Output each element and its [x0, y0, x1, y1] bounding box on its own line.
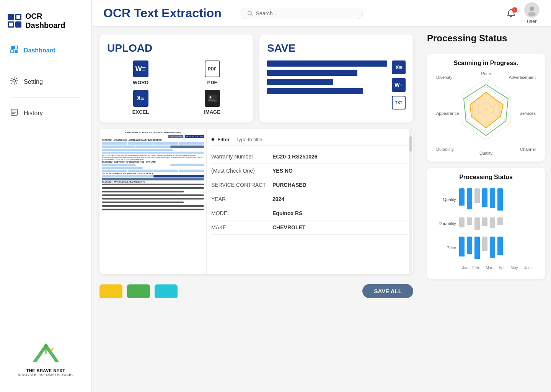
- save-txt-icon[interactable]: TXT: [392, 96, 406, 109]
- bar-quality-feb: [467, 188, 472, 209]
- radar-label-advertisement: Advertisement: [509, 75, 536, 80]
- radar-label-price: Price: [481, 71, 491, 76]
- image-label: IMAGE: [204, 109, 220, 115]
- radar-label-services: Services: [520, 111, 536, 116]
- ocr-val: YES NO: [272, 168, 293, 174]
- bar-price-jan: [459, 237, 465, 256]
- header-actions: 1 user: [504, 2, 540, 24]
- sidebar-item-history[interactable]: History: [4, 104, 88, 122]
- ocr-key: MAKE: [211, 224, 272, 230]
- bar-quality-mar: [474, 188, 480, 203]
- radar-label-appearance: Appearance: [436, 111, 459, 116]
- svg-line-14: [251, 14, 253, 16]
- ocr-row-year: YEAR 2024: [211, 192, 409, 206]
- form-field: [102, 167, 143, 169]
- user-section[interactable]: user: [524, 2, 540, 24]
- bar-dur-june: [497, 217, 503, 225]
- format-pdf[interactable]: PDF PDF: [179, 60, 246, 85]
- sidebar-item-setting[interactable]: Setting: [4, 73, 88, 91]
- doc-btn-1[interactable]: IDENTIFY NAME: [168, 135, 184, 138]
- doc-line: [102, 198, 204, 199]
- form-field: [102, 152, 204, 154]
- scanning-label: Scanning in Progress.: [433, 60, 539, 67]
- sidebar-item-dashboard[interactable]: Dashboard: [4, 41, 88, 59]
- logo-sq-3: [8, 21, 14, 28]
- page-title: OCR Text Extraction: [103, 6, 222, 20]
- sidebar-item-label-history: History: [24, 110, 43, 117]
- sidebar-item-label-dashboard: Dashboard: [24, 47, 56, 54]
- form-field: [179, 170, 204, 172]
- svg-point-18: [209, 96, 211, 98]
- ocr-row-make: MAKE CHEVROLET: [211, 220, 409, 235]
- sidebar-logo: OCR Dashboard: [0, 8, 91, 41]
- word-icon: W≡: [133, 60, 148, 77]
- svg-point-15: [530, 7, 534, 11]
- doc-text: COVERED PARTS - The parts and components…: [102, 154, 204, 160]
- bar-bars-durability: [459, 217, 539, 230]
- bar-dur-apr: [482, 217, 487, 226]
- doc-preview-inner: EnduroCare 20 Year / 200,000 Mile Limite…: [99, 129, 207, 214]
- svg-rect-3: [15, 50, 18, 53]
- excel-label: EXCEL: [132, 109, 149, 115]
- filter-icon: ≡: [211, 136, 214, 142]
- search-icon: [247, 10, 253, 16]
- sidebar-item-label-setting: Setting: [24, 78, 43, 85]
- form-field: [102, 145, 136, 148]
- format-image[interactable]: IMAGE: [179, 90, 246, 115]
- main-area: OCR Text Extraction 1: [92, 0, 551, 392]
- save-all-button[interactable]: SAVE ALL: [362, 284, 413, 298]
- document-panel: EnduroCare 20 Year / 200,000 Mile Limite…: [99, 129, 413, 274]
- history-icon: [10, 108, 18, 118]
- header: OCR Text Extraction 1: [92, 0, 551, 27]
- save-excel-icon[interactable]: X≡: [392, 60, 406, 74]
- format-word[interactable]: W≡ WORD: [107, 60, 174, 85]
- doc-section-3: SECTION 3 - DEALER INFORMATION (*16 - 12…: [102, 173, 204, 175]
- form-field: [153, 170, 178, 172]
- scrollbar-track[interactable]: [409, 129, 412, 274]
- scrollbar-thumb[interactable]: [409, 136, 412, 152]
- form-field: [170, 145, 204, 148]
- doc-line: [102, 194, 204, 196]
- search-input[interactable]: [256, 10, 357, 16]
- sidebar-bottom: THE BRAVE NEXT INNOVATE. AUTOMATE. EXCEL: [0, 328, 91, 384]
- excel-icon: X≡: [133, 90, 148, 107]
- bar-quality-jan: [459, 188, 465, 206]
- save-word-icon[interactable]: W≡: [392, 78, 406, 92]
- bar-price-apr: [482, 237, 487, 251]
- upload-card: UPLOAD W≡ WORD PDF PDF X≡ EXCEL: [99, 34, 253, 122]
- color-btn-yellow[interactable]: [99, 284, 122, 298]
- document-preview: EnduroCare 20 Year / 200,000 Mile Limite…: [99, 129, 207, 274]
- doc-btn-2[interactable]: ENTITY EXTRACTION: [185, 135, 204, 138]
- radar-label-durability: Durability: [436, 147, 454, 152]
- doc-line: [102, 187, 204, 189]
- bar-price-may: [490, 237, 495, 258]
- right-panel-title: Processing Status: [427, 33, 545, 44]
- user-avatar[interactable]: [524, 2, 540, 18]
- radar-label-quality: Quality: [479, 151, 492, 155]
- top-cards: UPLOAD W≡ WORD PDF PDF X≡ EXCEL: [99, 34, 413, 122]
- bar-row-durability: Durability: [433, 217, 539, 230]
- search-bar[interactable]: [241, 8, 363, 19]
- logo-sq-1: [8, 14, 14, 20]
- form-field: [102, 149, 173, 151]
- svg-rect-0: [11, 46, 14, 49]
- notification-button[interactable]: 1: [504, 7, 518, 20]
- image-icon: [205, 90, 220, 107]
- bar-price-feb: [467, 237, 472, 254]
- bottom-toolbar: SAVE ALL: [99, 280, 413, 302]
- ocr-filter-bar: ≡ Filter: [211, 133, 409, 146]
- color-btn-green[interactable]: [127, 284, 150, 298]
- doc-section-2: SECTION 2 - CUSTOMER INFORMATION (*CO - …: [102, 161, 204, 163]
- save-icons: X≡ W≡ TXT: [392, 60, 406, 109]
- form-field: [102, 142, 127, 145]
- bar-label-durability: Durability: [433, 221, 459, 226]
- color-btn-cyan[interactable]: [155, 284, 178, 298]
- filter-input[interactable]: [236, 137, 409, 142]
- sidebar: OCR Dashboard Dashboard: [0, 0, 92, 392]
- save-content: X≡ W≡ TXT: [267, 60, 406, 109]
- x-label-june: June: [522, 266, 535, 270]
- doc-section-4: SECTION 4 - MAINTENANCE REQUIREMENTS: [102, 181, 204, 183]
- bar-row-quality: Quality: [433, 188, 539, 211]
- format-excel[interactable]: X≡ EXCEL: [107, 90, 174, 115]
- save-bar-4: [267, 88, 363, 94]
